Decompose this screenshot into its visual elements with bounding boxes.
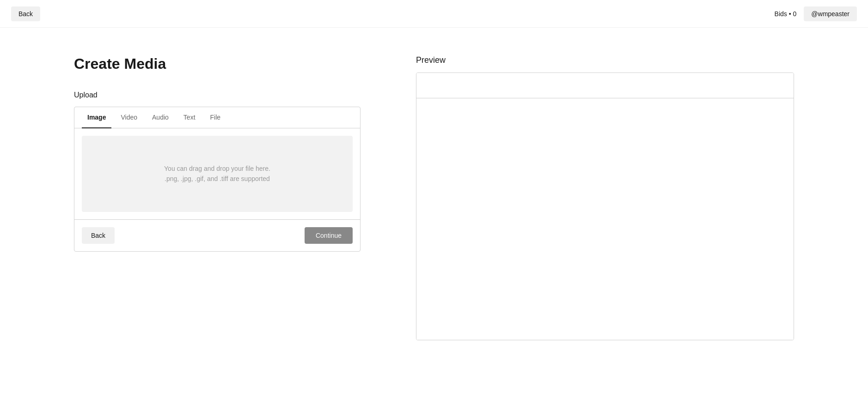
bids-label: Bids • 0 [775, 10, 797, 18]
user-button[interactable]: @wmpeaster [804, 6, 857, 21]
back-header-button[interactable]: Back [11, 6, 40, 21]
header-right: Bids • 0 @wmpeaster [775, 6, 857, 21]
header-left: Back [11, 6, 40, 21]
drop-zone-line2: .png, .jpg, .gif, and .tiff are supporte… [164, 174, 270, 184]
continue-button[interactable]: Continue [305, 227, 353, 244]
tab-file[interactable]: File [205, 107, 226, 128]
right-panel: Preview [416, 55, 794, 370]
drop-zone-text: You can drag and drop your file here. .p… [164, 163, 270, 184]
preview-box [416, 72, 794, 340]
tab-audio[interactable]: Audio [147, 107, 174, 128]
preview-top-bar [416, 73, 794, 98]
back-card-button[interactable]: Back [82, 227, 115, 244]
tab-video[interactable]: Video [115, 107, 143, 128]
upload-card: Image Video Audio Text File You can drag… [74, 107, 361, 252]
preview-title: Preview [416, 55, 794, 65]
upload-label: Upload [74, 91, 361, 99]
main-content: Create Media Upload Image Video Audio Te… [0, 28, 868, 398]
page-title: Create Media [74, 55, 361, 72]
tab-image[interactable]: Image [82, 107, 111, 128]
drop-zone-line1: You can drag and drop your file here. [164, 163, 270, 174]
drop-zone[interactable]: You can drag and drop your file here. .p… [82, 136, 353, 212]
preview-body [416, 98, 794, 340]
left-panel: Create Media Upload Image Video Audio Te… [74, 55, 361, 370]
tab-text[interactable]: Text [178, 107, 201, 128]
card-footer: Back Continue [74, 219, 360, 251]
header: Back Bids • 0 @wmpeaster [0, 0, 868, 28]
tabs-container: Image Video Audio Text File [74, 107, 360, 128]
